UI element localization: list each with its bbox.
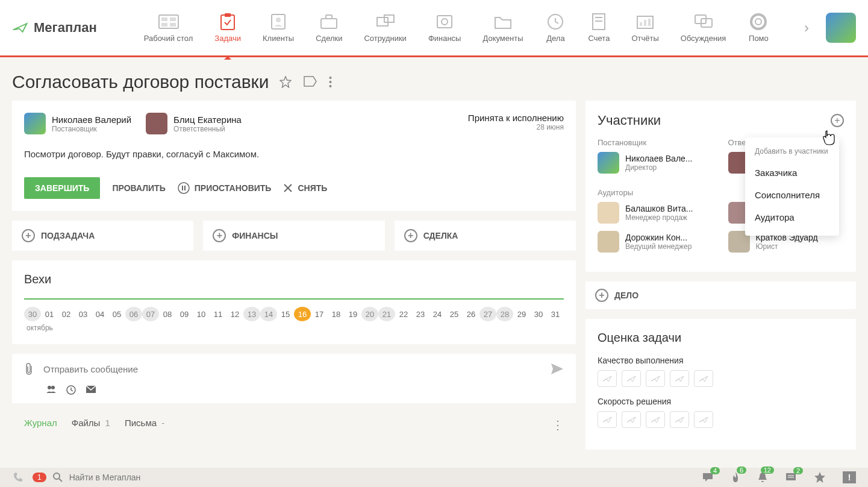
day-cell[interactable]: 06 [125,307,142,321]
add-activity-button[interactable]: +ДЕЛО [585,281,856,309]
nav-desktop[interactable]: Рабочий стол [133,7,204,49]
day-cell[interactable]: 11 [210,307,226,321]
nav-help[interactable]: Помо [737,7,780,49]
user-avatar[interactable] [826,13,856,43]
nav-tasks[interactable]: Задачи [204,7,252,49]
participant-owner[interactable]: Николаев Вале...Директор [598,152,714,174]
participant-auditor[interactable]: Дорожкин Кон...Ведущий менеджер [598,231,714,253]
avatar [598,231,619,253]
day-cell[interactable]: 15 [277,307,294,321]
send-icon[interactable] [551,363,564,375]
day-cell[interactable]: 01 [41,307,58,321]
mail-icon[interactable] [86,385,96,395]
nav-todo[interactable]: Дела [534,7,577,49]
day-cell[interactable]: 02 [58,307,75,321]
day-cell[interactable]: 13 [243,307,260,321]
add-deal-button[interactable]: +СДЕЛКА [395,221,576,251]
pause-button[interactable]: ПРИОСТАНОВИТЬ [178,182,272,194]
people-icon[interactable] [46,385,57,395]
participant-auditor[interactable]: Балашков Вита...Менеджер продаж [598,202,714,224]
rating-star[interactable] [670,370,689,387]
rating-star[interactable] [646,370,665,387]
add-subtask-button[interactable]: +ПОДЗАДАЧА [12,221,193,251]
tab-letters[interactable]: Письма - [125,418,164,432]
fire-icon[interactable]: 6 [731,471,740,483]
complete-button[interactable]: ЗАВЕРШИТЬ [24,177,100,199]
rating-star[interactable] [646,411,665,428]
cancel-button[interactable]: СНЯТЬ [283,183,327,193]
add-participant-button[interactable]: + [831,114,844,127]
svg-point-8 [276,17,281,22]
rating-star[interactable] [598,411,617,428]
nav-scroll-right[interactable]: › [799,19,814,36]
alert-icon[interactable]: ! [843,471,856,483]
task-owner[interactable]: Николаев ВалерийПостановщик [24,113,131,134]
day-cell[interactable]: 09 [176,307,193,321]
rating-star[interactable] [622,411,641,428]
day-cell[interactable]: 14 [260,307,277,321]
plus-icon: + [213,229,226,242]
day-cell[interactable]: 28 [496,307,513,321]
day-cell[interactable]: 04 [92,307,108,321]
logo[interactable]: Мегаплан [12,19,97,36]
nav-discussions[interactable]: Обсуждения [670,7,737,49]
day-cell[interactable]: 26 [463,307,479,321]
tab-journal[interactable]: Журнал [24,418,57,432]
day-cell[interactable]: 31 [547,307,564,321]
day-cell[interactable]: 19 [345,307,361,321]
day-cell[interactable]: 21 [378,307,395,321]
search-input[interactable] [69,473,402,482]
task-assignee[interactable]: Блиц ЕкатеринаОтветственный [146,113,242,134]
time-icon[interactable] [66,385,76,395]
day-cell[interactable]: 18 [328,307,345,321]
phone-icon[interactable] [0,472,36,483]
day-cell[interactable]: 17 [311,307,328,321]
popup-item-customer[interactable]: Заказчика [745,162,839,184]
rating-star[interactable] [670,411,689,428]
add-finance-button[interactable]: +ФИНАНСЫ [203,221,384,251]
rating-star[interactable] [694,411,713,428]
day-cell[interactable]: 20 [361,307,378,321]
day-cell[interactable]: 24 [429,307,446,321]
day-cell[interactable]: 16 [294,307,311,321]
fail-button[interactable]: ПРОВАЛИТЬ [112,183,165,193]
day-cell[interactable]: 30 [24,307,41,321]
star-icon[interactable] [814,471,826,483]
rating-star[interactable] [598,370,617,387]
tag-icon[interactable] [304,76,317,88]
bell-icon[interactable]: 12 [757,471,768,483]
day-cell[interactable]: 27 [479,307,496,321]
rating-star[interactable] [694,370,713,387]
day-cell[interactable]: 07 [142,307,159,321]
popup-item-coexecutor[interactable]: Соисполнителя [745,184,839,206]
nav-documents[interactable]: Документы [472,7,534,49]
star-icon[interactable] [279,76,292,88]
nav-deals[interactable]: Сделки [305,7,353,49]
day-cell[interactable]: 05 [108,307,125,321]
day-cell[interactable]: 08 [159,307,176,321]
attach-icon[interactable] [24,362,34,375]
day-cell[interactable]: 25 [446,307,463,321]
day-cell[interactable]: 12 [226,307,243,321]
nav-employees[interactable]: Сотрудники [353,7,417,49]
day-cell[interactable]: 29 [513,307,530,321]
svg-rect-20 [640,22,642,26]
day-cell[interactable]: 10 [193,307,210,321]
nav-invoices[interactable]: Счета [577,7,620,49]
day-cell[interactable]: 22 [395,307,412,321]
nav-finance[interactable]: Финансы [417,7,472,49]
message-icon[interactable]: 2 [785,472,797,483]
popup-item-auditor[interactable]: Аудитора [745,206,839,228]
tab-files[interactable]: Файлы 1 [72,418,110,432]
tabs-more-icon[interactable]: ⋮ [552,418,564,432]
chat-icon[interactable]: 4 [702,472,714,483]
day-cell[interactable]: 23 [412,307,429,321]
more-icon[interactable] [329,76,332,88]
day-cell[interactable]: 30 [530,307,547,321]
day-cell[interactable]: 03 [75,307,92,321]
rating-star[interactable] [622,370,641,387]
nav-clients[interactable]: Клиенты [252,7,305,49]
comment-input[interactable] [43,364,541,374]
nav-reports[interactable]: Отчёты [620,7,669,49]
search-bar[interactable] [46,472,408,483]
